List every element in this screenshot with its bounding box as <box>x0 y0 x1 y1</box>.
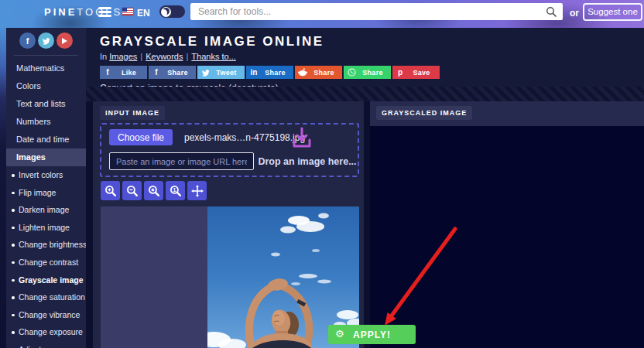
breadcrumb-link-keywords[interactable]: Keywords <box>146 52 183 61</box>
image-dropzone[interactable]: Choose file pexels-maks…n-4775198.jpg Dr… <box>100 123 359 177</box>
facebook-icon: f <box>149 68 164 77</box>
zoom-original-button[interactable]: 1 <box>166 181 185 200</box>
apply-label: APPLY! <box>353 329 391 340</box>
sidebar-item-numbers[interactable]: Numbers <box>6 113 86 131</box>
breadcrumb-link-thanks[interactable]: Thanks to... <box>191 52 235 61</box>
input-image-panel: INPUT IMAGE Choose file pexels-maks…n-47… <box>93 101 364 348</box>
sidebar-subnav-images: Invert colors Flip image Darken image Li… <box>6 166 86 348</box>
youtube-icon[interactable] <box>57 32 73 49</box>
sidebar: f Mathematics Colors Text and lists Numb… <box>6 28 86 348</box>
dark-mode-toggle[interactable] <box>159 5 185 18</box>
pinetools-grayscale-page: PINETOOLS EN or Suggest one f <box>0 0 644 348</box>
gear-icon: ⚙ <box>335 328 345 339</box>
breadcrumb-link-images[interactable]: Images <box>109 52 137 61</box>
share-button-row: f Like f Share Tweet in Share <box>100 66 644 79</box>
reddit-icon <box>295 68 310 77</box>
grayscaled-image-badge: GRAYSCALED IMAGE <box>376 106 472 120</box>
search-bar <box>190 3 563 20</box>
sidebar-subitem-change-vibrance[interactable]: Change vibrance <box>6 306 86 324</box>
tweet-button[interactable]: Tweet <box>197 66 245 79</box>
facebook-share-button[interactable]: f Share <box>149 66 196 79</box>
grayscaled-image-panel-header: GRAYSCALED IMAGE <box>370 101 644 126</box>
svg-text:1: 1 <box>173 186 176 192</box>
choose-file-button[interactable]: Choose file <box>109 129 173 145</box>
whatsapp-share-button[interactable]: Share <box>344 66 391 79</box>
linkedin-share-button[interactable]: in Share <box>246 66 293 79</box>
facebook-like-button[interactable]: f Like <box>100 66 147 79</box>
suggest-one-button[interactable]: Suggest one <box>583 3 642 21</box>
background-edge-strip <box>0 28 6 348</box>
sidebar-subitem-grayscale-image[interactable]: Grayscale image <box>6 271 86 289</box>
apply-button[interactable]: ⚙ APPLY! <box>328 325 416 344</box>
sidebar-subitem-adjust-gamma[interactable]: Adjust gamma <box>6 341 86 348</box>
sidebar-subitem-change-saturation[interactable]: Change saturation <box>6 288 86 306</box>
zoom-toolbar: 1 <box>101 181 207 200</box>
search-icon[interactable] <box>546 6 557 17</box>
zoom-in-button[interactable] <box>101 181 120 200</box>
title-section: GRAYSCALE IMAGE ONLINE In Images|Keyword… <box>86 28 644 87</box>
striped-background-band <box>86 87 644 101</box>
language-selector[interactable]: EN <box>137 8 150 19</box>
zoom-out-button[interactable] <box>122 181 142 200</box>
sidebar-subitem-invert-colors[interactable]: Invert colors <box>6 166 86 184</box>
sidebar-subitem-darken-image[interactable]: Darken image <box>6 201 86 219</box>
whatsapp-icon <box>344 68 359 77</box>
us-flag-icon <box>122 8 133 15</box>
or-label: or <box>570 8 579 19</box>
reddit-share-button[interactable]: Share <box>295 66 342 79</box>
input-image-canvas[interactable] <box>101 206 359 348</box>
logo-pine: PINE <box>44 6 77 18</box>
sidebar-social-row: f <box>6 28 86 49</box>
moon-icon <box>163 8 170 15</box>
menu-icon[interactable] <box>98 7 111 17</box>
twitter-icon <box>197 69 213 77</box>
facebook-icon[interactable]: f <box>19 32 36 49</box>
sidebar-item-images[interactable]: Images <box>6 148 86 166</box>
sidebar-item-mathematics[interactable]: Mathematics <box>6 60 86 77</box>
linkedin-icon: in <box>246 68 262 77</box>
sidebar-item-text-and-lists[interactable]: Text and lists <box>6 95 86 113</box>
top-header: PINETOOLS EN or Suggest one <box>0 0 644 28</box>
pan-tool-button[interactable] <box>187 181 207 200</box>
breadcrumb: In Images|Keywords|Thanks to... <box>100 52 644 61</box>
sidebar-item-colors[interactable]: Colors <box>6 77 86 95</box>
pinterest-icon: p <box>392 68 408 77</box>
breadcrumb-prefix: In <box>100 52 107 61</box>
sidebar-subitem-change-contrast[interactable]: Change contrast <box>6 254 86 271</box>
sidebar-subitem-change-brightness[interactable]: Change brightness <box>6 236 86 254</box>
download-arrow-icon <box>290 125 313 152</box>
sidebar-divider <box>14 55 78 56</box>
input-image-badge: INPUT IMAGE <box>100 106 165 120</box>
sidebar-nav: Mathematics Colors Text and lists Number… <box>6 60 86 166</box>
selected-filename: pexels-maks…n-4775198.jpg <box>184 132 305 143</box>
pinterest-save-button[interactable]: p Save <box>392 66 440 79</box>
sidebar-subitem-change-exposure[interactable]: Change exposure <box>6 323 86 341</box>
facebook-icon: f <box>100 68 115 77</box>
twitter-icon[interactable] <box>38 32 54 49</box>
image-url-input[interactable] <box>109 152 254 170</box>
sidebar-subitem-flip-image[interactable]: Flip image <box>6 184 86 202</box>
grayscaled-image-canvas <box>370 126 644 348</box>
search-input[interactable] <box>190 3 563 20</box>
drop-image-label: Drop an image here... <box>258 156 357 167</box>
zoom-cancel-button[interactable] <box>144 181 163 200</box>
sidebar-item-date-and-time[interactable]: Date and time <box>6 131 86 148</box>
sidebar-subitem-lighten-image[interactable]: Lighten image <box>6 219 86 237</box>
page-title: GRAYSCALE IMAGE ONLINE <box>100 34 644 49</box>
